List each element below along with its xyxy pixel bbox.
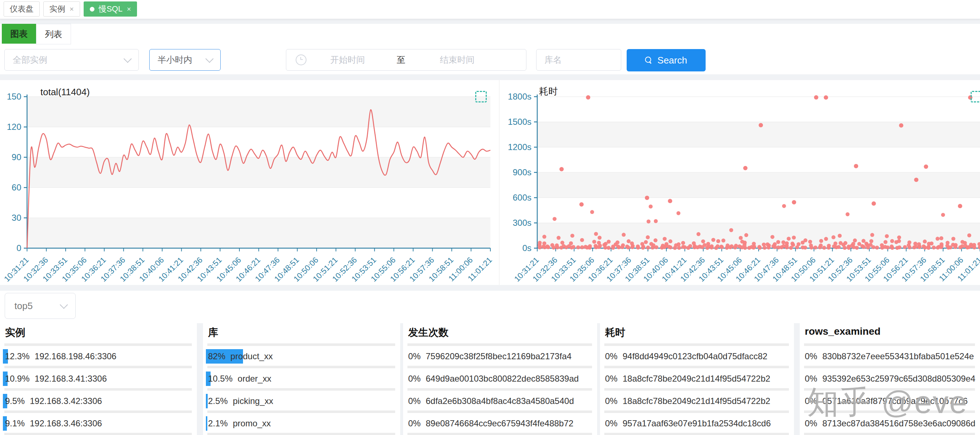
row-label: promo_xx <box>233 418 271 428</box>
topn-select[interactable]: top5 <box>5 293 76 319</box>
chevron-down-icon <box>124 55 132 63</box>
time-range-value: 半小时内 <box>158 54 192 65</box>
view-tab-2[interactable]: 列表 <box>36 24 71 45</box>
row-separator <box>604 388 789 390</box>
table-row[interactable]: 0%18a8cfc78be2049c21d14f95d54722b2 <box>603 371 790 387</box>
active-dot-icon <box>90 7 94 11</box>
row-separator <box>804 433 975 435</box>
table-row[interactable]: 0%89e08746684cc9ec675943f4fe488b72 <box>406 416 593 432</box>
row-percent: 0% <box>605 374 618 383</box>
row-label: 6dfa2e6b308a4bf8ac4c83a4580a540d <box>426 396 574 406</box>
row-text: 10.9%192.168.3.41:3306 <box>3 374 107 384</box>
table-row[interactable]: 0%830b8732e7eee553431bfaba501e524e <box>803 349 976 364</box>
db-name-input[interactable]: 库名 <box>536 49 621 71</box>
row-label: 649d9ae00103bc800822dec8585839ad <box>426 374 579 383</box>
row-percent: 0% <box>408 418 421 428</box>
clock-icon <box>296 54 307 65</box>
row-text: 9.5%192.168.3.42:3306 <box>3 396 102 406</box>
window-tab-1[interactable]: 仪表盘 <box>3 2 40 17</box>
close-icon[interactable]: × <box>70 5 74 13</box>
time-range-select[interactable]: 半小时内 <box>149 49 221 71</box>
column-header-2: 库 <box>208 326 218 339</box>
x-axis-labels: 10:31:2110:32:3610:33:5110:35:0610:36:21… <box>512 255 980 284</box>
search-button-label: Search <box>657 55 687 66</box>
row-separator <box>207 433 395 435</box>
svg-text:0: 0 <box>17 243 21 253</box>
row-separator <box>4 366 192 368</box>
view-tab-1[interactable]: 图表 <box>2 24 36 44</box>
row-separator <box>207 366 395 368</box>
row-label: 830b8732e7eee553431bfaba501e524e <box>822 351 974 361</box>
start-time-input[interactable]: 开始时间 <box>330 54 365 65</box>
row-percent: 9.5% <box>5 396 25 406</box>
instance-select[interactable]: 全部实例 <box>4 49 139 71</box>
table-row[interactable]: 0%94f8dd4949c0123cfb04a0d75dfacc82 <box>603 349 790 364</box>
column-gutter <box>400 323 403 435</box>
row-label: picking_xx <box>233 396 273 406</box>
table-row[interactable]: 10.9%192.168.3.41:3306 <box>3 371 192 387</box>
close-icon[interactable]: × <box>127 5 131 13</box>
row-percent: 9.1% <box>5 418 25 428</box>
window-tab-label: 实例 <box>49 2 65 16</box>
window-tab-label: 慢SQL <box>99 2 123 16</box>
chart-restore-icon[interactable] <box>970 91 980 102</box>
row-text: 10.5%order_xx <box>206 374 271 384</box>
row-percent: 10.9% <box>5 374 30 383</box>
table-row[interactable]: 10.5%order_xx <box>206 371 396 387</box>
y-axis-labels: 1501209060300 <box>7 92 21 253</box>
row-percent: 0% <box>408 351 421 361</box>
row-separator <box>4 433 192 435</box>
column-header-1: 实例 <box>5 326 25 339</box>
datetime-range-picker[interactable]: 开始时间 至 结束时间 <box>286 49 527 71</box>
table-row[interactable]: 0%957a17aaf63e07e91b1fa2534dc18cd6 <box>603 416 790 432</box>
table-row[interactable]: 0%18a8cfc78be2049c21d14f95d54722b2 <box>603 393 790 409</box>
window-tab-3[interactable]: 慢SQL× <box>84 2 137 17</box>
chart-restore-icon[interactable] <box>475 91 487 102</box>
table-row[interactable]: 2.5%picking_xx <box>206 393 396 409</box>
column-gutter <box>197 323 203 435</box>
column-gutter <box>794 323 800 435</box>
svg-text:60: 60 <box>11 183 21 192</box>
table-row[interactable]: 2.1%promo_xx <box>206 416 396 432</box>
row-separator <box>407 366 592 368</box>
column-header-4: 耗时 <box>605 326 625 339</box>
divider-strip-charts <box>0 285 980 291</box>
column-header-3: 发生次数 <box>408 326 449 339</box>
table-row[interactable]: 9.1%192.168.3.46:3306 <box>3 416 192 432</box>
table-row[interactable]: 12.3%192.168.198.46:3306 <box>3 349 192 364</box>
row-label: 18a8cfc78be2049c21d14f95d54722b2 <box>623 374 770 383</box>
row-percent: 2.5% <box>208 396 228 406</box>
split-area <box>537 122 980 248</box>
row-text: 9.1%192.168.3.46:3306 <box>3 418 102 429</box>
row-separator <box>604 433 789 435</box>
row-separator <box>207 411 395 413</box>
table-row[interactable]: 0%649d9ae00103bc800822dec8585839ad <box>406 371 593 387</box>
y-axis-labels: 1800s1500s1200s900s600s300s0s <box>508 92 531 253</box>
window-tab-2[interactable]: 实例× <box>43 2 80 17</box>
x-axis-labels: 10:31:2110:32:3610:33:5110:35:0610:36:21… <box>2 255 493 284</box>
duration-scatter-chart: 1800s1500s1200s900s600s300s0s10:31:2110:… <box>500 80 980 285</box>
search-button[interactable]: Search <box>627 49 706 72</box>
end-time-input[interactable]: 结束时间 <box>440 54 474 65</box>
table-row[interactable]: 0%7596209c38f25f8bec12169ba2173fa4 <box>406 349 593 364</box>
row-percent: 0% <box>605 418 618 428</box>
chevron-down-icon <box>205 55 214 63</box>
row-text: 0%649d9ae00103bc800822dec8585839ad <box>406 374 579 384</box>
row-separator <box>207 388 395 390</box>
row-percent: 0% <box>408 396 421 406</box>
svg-text:1800s: 1800s <box>508 92 531 101</box>
table-row[interactable]: 9.5%192.168.3.42:3306 <box>3 393 192 409</box>
svg-text:90: 90 <box>11 152 21 162</box>
svg-text:30: 30 <box>11 213 21 223</box>
row-percent: 0% <box>605 396 618 406</box>
row-separator <box>407 343 592 346</box>
svg-text:900s: 900s <box>513 167 531 177</box>
row-label: order_xx <box>238 374 271 383</box>
search-icon <box>645 57 652 64</box>
window-tab-label: 仪表盘 <box>10 2 33 16</box>
table-row[interactable]: 0%6dfa2e6b308a4bf8ac4c83a4580a540d <box>406 393 593 409</box>
row-label: 94f8dd4949c0123cfb04a0d75dfacc82 <box>623 351 768 361</box>
table-row[interactable]: 82%product_xx <box>206 349 396 364</box>
window-tabs: 仪表盘实例×慢SQL× <box>3 2 137 17</box>
row-separator <box>604 343 789 346</box>
